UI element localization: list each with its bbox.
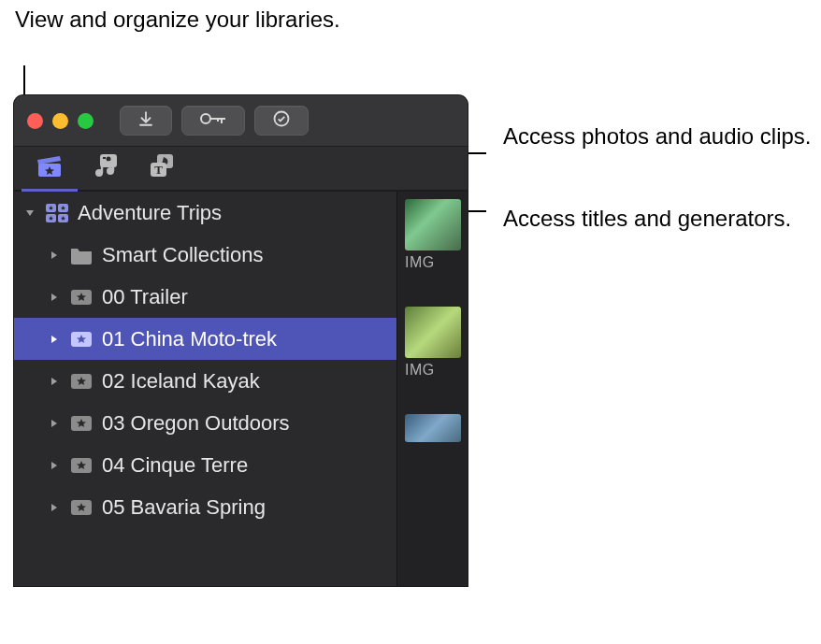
window-close-button[interactable] — [27, 113, 43, 129]
active-tab-underline — [22, 189, 78, 192]
photos-audio-tab[interactable] — [78, 145, 134, 190]
checkmark-circle-icon — [272, 109, 291, 132]
photos-music-icon — [92, 152, 120, 182]
svg-point-5 — [107, 157, 111, 162]
callout-photos-audio: Access photos and audio clips. — [503, 122, 812, 150]
clip-thumbnail-image — [405, 199, 461, 250]
disclosure-triangle-right-icon[interactable] — [48, 376, 61, 387]
background-tasks-button[interactable] — [254, 106, 309, 136]
sidebar-item-label: Smart Collections — [102, 243, 263, 267]
folder-icon — [68, 243, 94, 267]
clip-browser: IMG IMG — [397, 192, 468, 586]
key-icon — [199, 111, 227, 130]
clip-thumbnail-image — [405, 307, 461, 358]
traffic-lights — [27, 113, 94, 129]
sidebar-item-label: 04 Cinque Terre — [102, 453, 248, 478]
event-icon — [68, 495, 94, 520]
svg-marker-22 — [51, 293, 57, 301]
sidebar-item-label: 02 Iceland Kayak — [102, 369, 260, 394]
library-sidebar: Adventure Trips Smart Collections 00 Tra… — [14, 192, 397, 586]
titlebar — [14, 95, 468, 147]
keyword-button[interactable] — [181, 106, 245, 136]
sidebar-item-03-oregon-outdoors[interactable]: 03 Oregon Outdoors — [14, 402, 396, 444]
svg-point-0 — [201, 114, 210, 123]
svg-marker-25 — [51, 336, 57, 343]
main-area: Adventure Trips Smart Collections 00 Tra… — [14, 192, 468, 586]
library-name-label: Adventure Trips — [78, 201, 222, 225]
svg-rect-6 — [103, 157, 106, 159]
svg-marker-12 — [26, 210, 34, 216]
event-icon — [68, 327, 94, 351]
svg-marker-21 — [51, 251, 57, 259]
svg-marker-34 — [51, 462, 57, 469]
window-minimize-button[interactable] — [52, 113, 68, 129]
disclosure-triangle-right-icon[interactable] — [48, 334, 61, 345]
disclosure-triangle-right-icon[interactable] — [48, 418, 61, 429]
sidebar-item-label: 01 China Moto-trek — [102, 327, 277, 351]
sidebar-item-01-china-moto-trek[interactable]: 01 China Moto-trek — [14, 318, 396, 360]
sidebar-item-label: 05 Bavaria Spring — [102, 495, 266, 520]
clip-thumbnail-label: IMG — [405, 250, 461, 271]
titles-icon: T — [148, 152, 176, 182]
titles-generators-tab[interactable]: T — [134, 145, 190, 190]
svg-marker-31 — [51, 420, 57, 427]
clip-thumbnail-label: IMG — [405, 358, 461, 379]
callout-titles-generators: Access titles and generators. — [503, 204, 791, 233]
sidebar-item-label: 00 Trailer — [102, 285, 188, 309]
window-zoom-button[interactable] — [78, 113, 94, 129]
clip-thumbnail[interactable]: IMG — [405, 307, 461, 377]
clip-thumbnail[interactable]: IMG — [405, 199, 461, 269]
svg-marker-28 — [51, 378, 57, 385]
sidebar-item-00-trailer[interactable]: 00 Trailer — [14, 276, 396, 318]
event-icon — [68, 369, 94, 394]
disclosure-triangle-right-icon[interactable] — [48, 292, 61, 303]
clip-thumbnail[interactable] — [405, 414, 461, 484]
sidebar-item-04-cinque-terre[interactable]: 04 Cinque Terre — [14, 444, 396, 486]
svg-text:T: T — [154, 163, 163, 177]
callout-libraries: View and organize your libraries. — [15, 5, 340, 34]
import-button[interactable] — [120, 106, 172, 136]
sidebar-item-05-bavaria-spring[interactable]: 05 Bavaria Spring — [14, 486, 396, 528]
libraries-tab[interactable] — [22, 145, 78, 190]
disclosure-triangle-right-icon[interactable] — [48, 250, 61, 261]
clapperboard-star-icon — [36, 152, 64, 182]
sidebar-item-02-iceland-kayak[interactable]: 02 Iceland Kayak — [14, 360, 396, 402]
clip-thumbnail-image — [405, 414, 461, 442]
sidebar-item-label: 03 Oregon Outdoors — [102, 411, 290, 436]
library-root-row[interactable]: Adventure Trips — [14, 192, 396, 234]
sidebar-item-smart-collections[interactable]: Smart Collections — [14, 234, 396, 276]
disclosure-triangle-right-icon[interactable] — [48, 460, 61, 471]
event-icon — [68, 285, 94, 309]
sidebar-tab-bar: T — [14, 147, 468, 192]
disclosure-triangle-down-icon[interactable] — [23, 208, 36, 219]
event-icon — [68, 411, 94, 436]
download-icon — [137, 110, 154, 131]
disclosure-triangle-right-icon[interactable] — [48, 502, 61, 513]
event-icon — [68, 453, 94, 478]
app-window: T Adventure Trips — [14, 95, 468, 586]
library-icon — [44, 201, 70, 225]
svg-marker-37 — [51, 504, 57, 511]
